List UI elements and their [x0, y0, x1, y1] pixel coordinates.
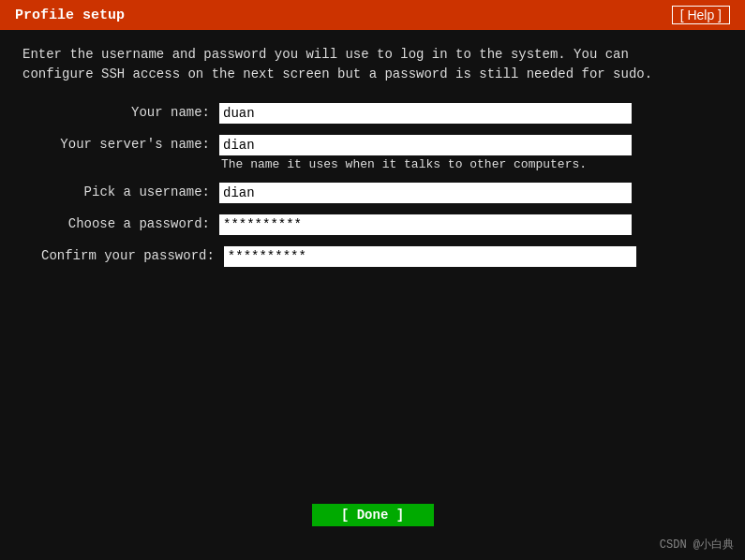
confirm-password-field-group — [224, 246, 723, 267]
main-content: Enter the username and password you will… — [0, 30, 745, 560]
watermark: CSDN @小白典 — [660, 537, 734, 553]
done-button[interactable]: [ Done ] — [312, 504, 434, 526]
server-name-field-group: The name it uses when it talks to other … — [219, 135, 723, 171]
server-name-label: Your server's name: — [41, 135, 219, 152]
username-row: Pick a username: — [41, 183, 723, 203]
server-name-hint: The name it uses when it talks to other … — [219, 157, 723, 171]
your-name-input[interactable] — [219, 103, 632, 124]
profile-form: Your name: Your server's name: The name … — [41, 103, 723, 267]
your-name-label: Your name: — [41, 103, 219, 120]
confirm-password-row: Confirm your password: — [41, 246, 723, 267]
title-bar: Profile setup [ Help ] — [0, 0, 745, 30]
help-button[interactable]: [ Help ] — [672, 6, 730, 24]
password-label: Choose a password: — [41, 214, 219, 231]
confirm-password-input[interactable] — [224, 246, 636, 267]
description-text: Enter the username and password you will… — [22, 45, 660, 84]
bottom-area: [ Done ] — [22, 267, 723, 545]
username-label: Pick a username: — [41, 183, 219, 199]
server-name-input[interactable] — [219, 135, 632, 155]
app-container: Profile setup [ Help ] Enter the usernam… — [0, 0, 745, 560]
app-title: Profile setup — [15, 7, 125, 23]
password-row: Choose a password: — [41, 214, 723, 235]
confirm-password-label: Confirm your password: — [41, 246, 224, 263]
username-input[interactable] — [219, 183, 632, 203]
password-field-group — [219, 214, 723, 235]
your-name-field-group — [219, 103, 723, 124]
server-name-row: Your server's name: The name it uses whe… — [41, 135, 723, 171]
username-field-group — [219, 183, 723, 203]
password-input[interactable] — [219, 214, 632, 235]
your-name-row: Your name: — [41, 103, 723, 124]
